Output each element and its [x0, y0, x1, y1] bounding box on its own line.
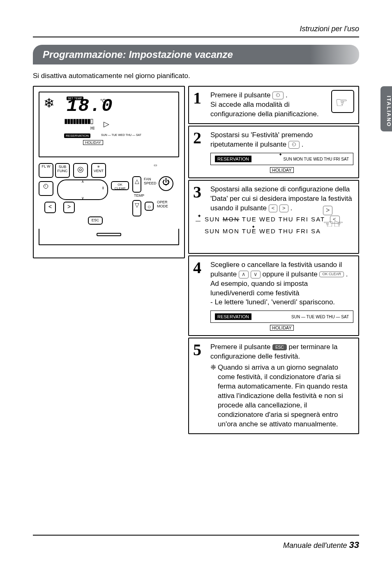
updown-icon: ⇕: [101, 186, 105, 190]
step-1: 1 Premere il pulsante ⏲ . Si accede alla…: [188, 86, 359, 124]
esc-button[interactable]: ESC: [88, 216, 103, 225]
step-2: 2 Spostarsi su 'Festività' premendo ripe…: [188, 126, 359, 178]
up-button-inline[interactable]: ∧: [239, 271, 249, 278]
divider: [33, 535, 359, 536]
right-button-inline[interactable]: >: [279, 205, 288, 212]
step-number: 2: [193, 128, 201, 147]
step-5: 5 Premere il pulsante ESC per terminare …: [188, 338, 359, 434]
reservation-badge: RESERVATION: [215, 313, 251, 320]
opmode-label: OPER MODE: [157, 200, 168, 208]
step-number: 5: [193, 340, 201, 359]
fan-bars: ▮▮▮▮▮▮▮▮▮▯: [64, 117, 93, 125]
page-number: 33: [349, 540, 359, 550]
fanspeed-label: FAN SPEED: [144, 177, 157, 185]
step-text: Si accede alla modalità di configurazion…: [210, 101, 319, 118]
step-text: .: [286, 91, 288, 99]
clock-button-inline[interactable]: ⏲: [272, 92, 284, 99]
note-bullet-icon: ❈: [210, 363, 216, 429]
lcd-display: ❄ SET TEMP 18.0 °C ▮▮▮▮▮▮▮▮▮▯ HI ▷ RESER…: [39, 92, 179, 157]
step-note: Quando si arriva a un giorno segnalato c…: [218, 363, 353, 429]
down-button-inline[interactable]: ∨: [251, 271, 261, 278]
hand-press-icon: [331, 90, 354, 113]
gear-button[interactable]: ◎: [73, 163, 88, 178]
power-button[interactable]: ⏻: [159, 176, 173, 191]
instruction-steps: 1 Premere il pulsante ⏲ . Si accede alla…: [188, 86, 359, 436]
reservation-display: RESERVATION ✦ SUN MON TUE WED THU FRI SA…: [210, 153, 353, 165]
day-strike: MON: [223, 216, 240, 223]
step-text: .: [302, 140, 304, 148]
days-text: SUN MON TUE WED THU FRI SAT: [284, 157, 349, 161]
main-content: ❄ SET TEMP 18.0 °C ▮▮▮▮▮▮▮▮▮▯ HI ▷ RESER…: [33, 86, 359, 436]
hi-label: HI: [90, 126, 95, 131]
temperature-digits: 18.0: [67, 96, 113, 116]
day-line-text: SUN: [205, 216, 223, 223]
reservation-display: RESERVATION SUN — TUE WED THU — SAT: [210, 310, 353, 323]
language-tab: ITALIANO: [380, 86, 392, 131]
page-footer: Manuale dell'utente 33: [33, 535, 359, 550]
day-line-text: TUE WED THU FRI SAT: [240, 216, 325, 223]
clock-button[interactable]: ⏲: [39, 181, 53, 196]
days-text: SUN — TUE WED THU — SAT: [291, 315, 349, 319]
base-outline: [39, 229, 179, 245]
temp-up-button[interactable]: △: [132, 176, 141, 193]
left-button-inline[interactable]: <: [269, 205, 278, 212]
esc-button-inline[interactable]: ESC: [272, 344, 287, 350]
step-number: 4: [193, 258, 201, 277]
holiday-badge: HOLIDAY: [83, 140, 103, 145]
step-number: 3: [193, 182, 201, 202]
remote-box: ❄ SET TEMP 18.0 °C ▮▮▮▮▮▮▮▮▮▯ HI ▷ RESER…: [33, 86, 185, 258]
holiday-badge: HOLIDAY: [270, 325, 293, 331]
subfunc-button[interactable]: SUB FUNC: [55, 163, 70, 178]
right-button[interactable]: >: [63, 202, 75, 213]
intro-text: Si disattiva automaticamente nel giorno …: [33, 72, 359, 80]
mode-circle-button[interactable]: ○: [145, 202, 154, 211]
box-icon: ▭: [154, 163, 157, 167]
step-text: Premere il pulsante: [210, 91, 272, 99]
reservation-badge: RESERVATION: [215, 156, 251, 162]
footer-label: Manuale dell'utente: [283, 541, 349, 550]
day-line-text: SUN MON TUE WED THU FRI SA: [205, 228, 321, 235]
step-text: .: [346, 270, 348, 278]
device-illustration: ❄ SET TEMP 18.0 °C ▮▮▮▮▮▮▮▮▮▯ HI ▷ RESER…: [33, 86, 185, 436]
step-3: 3 Spostarsi alla sezione di configurazio…: [188, 180, 359, 254]
temp-down-button[interactable]: ▽: [132, 200, 141, 216]
step-text: - Le lettere 'lunedì', 'venerdì' sparisc…: [210, 298, 335, 306]
divider: [33, 37, 359, 37]
up-icon: ∧: [81, 179, 84, 184]
okclear-button-inline[interactable]: OK CLEAR: [319, 271, 344, 277]
right-button-inline[interactable]: >: [323, 206, 332, 215]
header-breadcrumb: Istruzioni per l'uso: [33, 25, 359, 33]
okclear-button[interactable]: OK CLEAR: [111, 181, 129, 190]
step-number: 1: [193, 88, 201, 108]
flw-button[interactable]: FL W: [39, 163, 53, 178]
arrow-icon: ▷: [104, 120, 109, 129]
reservation-badge: RESERVATION: [64, 133, 90, 138]
step-text: Premere il pulsante: [210, 343, 272, 351]
button-panel: FL W SUB FUNC ◎ ✳ VENT ▭ ⏲ ∧ ∨ ⇕ OK CLEA…: [39, 159, 179, 249]
degree-label: °C: [100, 98, 106, 104]
snowflake-icon: ❄: [44, 96, 55, 110]
clock-button-inline[interactable]: ⏲: [288, 141, 300, 149]
days-mini: SUN — TUE WED THU — SAT: [101, 133, 141, 136]
holiday-badge: HOLIDAY: [270, 167, 293, 173]
step-text: oppure il pulsante: [262, 270, 319, 278]
vent-button[interactable]: ✳ VENT: [91, 163, 106, 178]
step-text: .: [290, 204, 292, 212]
page-title: Programmazione: Impostazione vacanze: [33, 45, 359, 64]
temp-label: TEMP: [134, 193, 144, 198]
left-button[interactable]: <: [44, 202, 56, 213]
base-slot: [97, 233, 121, 236]
hands-icon: > ☜☞: [323, 203, 354, 226]
nav-ring[interactable]: ∧ ∨ ⇕: [57, 179, 108, 200]
down-icon: ∨: [81, 196, 84, 200]
step-text: Ad esempio, quando si imposta lunedì/ven…: [210, 280, 308, 297]
step-4: 4 Scegliere o cancellare la festività us…: [188, 255, 359, 336]
